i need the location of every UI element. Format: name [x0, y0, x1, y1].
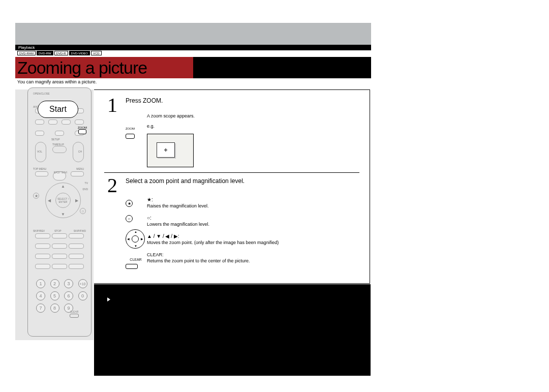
rc-skiprev-l: SKIP/REV	[33, 229, 45, 232]
header-gray-band	[15, 23, 371, 45]
rc-topmenu-l: TOP MENU	[33, 167, 46, 170]
zoom-mini-label: ZOOM	[126, 127, 135, 130]
tag-dvdrw: DVD-RW	[37, 51, 53, 55]
tag-dvdr: DVD-R	[54, 51, 68, 55]
tag-vcd: VCD	[91, 51, 102, 55]
page-subtitle: You can magnify areas within a picture.	[17, 79, 97, 84]
rc-pill	[62, 119, 71, 125]
rc-skipfwd	[69, 233, 84, 238]
notes-arrow-icon	[107, 297, 110, 301]
zoom-mini: ZOOM	[126, 123, 141, 141]
rc-numpad: 1 2 3 +10 4 5 6 0 7 8 9	[36, 279, 90, 313]
star-button-icon: ★	[126, 200, 133, 207]
arrow-right-icon: ▶	[75, 198, 78, 203]
rc-zoom-callout: ZOOM	[76, 126, 88, 134]
step-2-icons: ★ ○ ▲▼◀▶ CLEAR	[126, 197, 146, 269]
rc-pill	[35, 131, 44, 136]
rc-stop-l: STOP	[54, 229, 62, 232]
clear-label: CLEAR:	[147, 252, 164, 257]
rc-num-6: 6	[64, 291, 73, 300]
rc-timeslip	[52, 146, 67, 153]
step-2: 2 Select a zoom point and magnification …	[107, 175, 359, 196]
rc-play	[52, 244, 67, 249]
arrow-down-icon: ▼	[61, 212, 65, 217]
rc-fwd	[69, 244, 84, 249]
start-bubble: Start	[38, 101, 78, 118]
step-2-text: ★: Raises the magnification level. ○: Lo…	[147, 197, 279, 270]
media-tags: DVD-RAM DVD-RW DVD-R DVD-VIDEO VCD	[17, 51, 102, 55]
rc-vol-label: VOL	[37, 150, 42, 153]
rc-num-plus10: +10	[78, 279, 87, 288]
rc-tv-l: TV	[85, 182, 88, 185]
clear-text: Returns the zoom point to the center of …	[147, 258, 250, 263]
title-band: Zooming a picture	[15, 57, 371, 78]
rc-easynavi-l: EASY NAVI	[53, 171, 68, 174]
rc-skipfwd-l: SKIP/FWD	[74, 229, 86, 232]
page-title: Zooming a picture	[15, 58, 147, 78]
rc-rec	[35, 254, 50, 259]
rc-num-7: 7	[36, 304, 45, 313]
step-2-title: Select a zoom point and magnification le…	[126, 175, 359, 185]
arrows-text: Moves the zoom point. (only after the im…	[147, 240, 279, 245]
rc-pill	[48, 119, 57, 125]
rc-openclose: OPEN/CLOSE	[33, 92, 50, 95]
rc-num-5: 5	[50, 291, 59, 300]
rc-select-enter: SELECT / ENTER	[55, 193, 71, 208]
main-content: OPEN/CLOSE ANGLE SUBTITLE	[15, 89, 371, 340]
rc-zoom-button-icon	[78, 129, 86, 134]
rc-menu-l: MENU	[76, 167, 84, 170]
rc-topmenu	[35, 171, 48, 176]
star-text: Raises the magnification level.	[147, 203, 209, 208]
step-1-appears: A zoom scope appears.	[147, 113, 195, 118]
step-1: 1 Press ZOOM.	[107, 95, 359, 115]
rc-circ: ○	[80, 208, 86, 214]
step-1-eg: e.g.	[147, 124, 155, 129]
rc-pill	[55, 131, 64, 136]
clear-mini-icon	[126, 264, 138, 269]
clear-mini: CLEAR	[126, 254, 146, 269]
zoom-mini-icon	[126, 134, 135, 139]
header-strip	[15, 45, 371, 50]
rc-ff	[69, 254, 84, 259]
circ-text: Lowers the magnification level.	[147, 222, 209, 227]
rc-dvd-l: DVD	[82, 188, 88, 191]
rc-stop	[52, 233, 67, 238]
tag-dvdvideo: DVD-VIDEO	[69, 51, 90, 55]
rc-pause	[52, 254, 67, 259]
tv-frame-icon	[147, 134, 194, 167]
step-1-number: 1	[107, 95, 124, 115]
tag-dvdram: DVD-RAM	[17, 51, 36, 55]
section-label: Playback	[18, 45, 35, 50]
rc-num-1: 1	[36, 279, 45, 288]
remote-outline: OPEN/CLOSE ANGLE SUBTITLE	[27, 87, 92, 337]
instruction-panel: 1 Press ZOOM. A zoom scope appears. ZOOM…	[94, 89, 370, 284]
rc-skiprev	[35, 233, 50, 238]
tv-scope-icon	[157, 142, 175, 158]
arrows-label: ▲ / ▼ / ◀ / ▶:	[147, 233, 179, 239]
circ-label: ○:	[147, 215, 151, 221]
rc-pill	[75, 119, 84, 125]
rc-clear: CLEAR	[70, 310, 79, 318]
step-2-number: 2	[107, 175, 124, 196]
rc-star: ★	[33, 193, 39, 199]
notes-box	[94, 284, 371, 376]
rc-slowrev	[35, 264, 50, 269]
clear-mini-label: CLEAR	[130, 258, 141, 261]
remote-panel: OPEN/CLOSE ANGLE SUBTITLE	[15, 89, 94, 340]
rc-zoom-label: ZOOM	[78, 126, 87, 129]
rc-dpad: SELECT / ENTER ▲ ▼ ◀ ▶	[45, 183, 81, 218]
rc-timeslip-l: TIMESLIP	[52, 143, 64, 146]
tv-preview	[147, 131, 194, 167]
arrow-up-icon: ▲	[61, 184, 65, 189]
arrow-left-icon: ◀	[48, 198, 51, 203]
rc-adjust	[52, 264, 67, 269]
rc-ch-label: CH	[78, 150, 82, 153]
rc-num-3: 3	[64, 279, 73, 288]
rc-setup: SETUP	[51, 138, 60, 141]
rc-num-2: 2	[50, 279, 59, 288]
step-1-title: Press ZOOM.	[126, 95, 359, 104]
rc-menu	[71, 171, 84, 176]
dpad-icon: ▲▼◀▶	[126, 229, 145, 249]
rc-num-8: 8	[50, 304, 59, 313]
rc-pill	[35, 119, 44, 125]
